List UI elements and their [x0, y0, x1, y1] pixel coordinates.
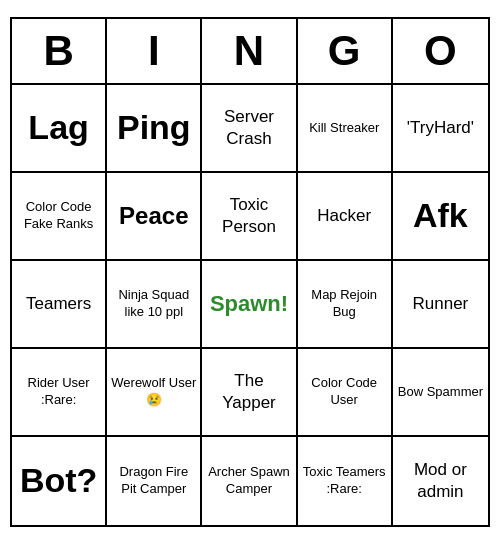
- cell-text-14: Runner: [413, 293, 469, 315]
- cell-text-0: Lag: [28, 109, 88, 146]
- bingo-cell-10: Teamers: [12, 261, 107, 349]
- bingo-cell-21: Dragon Fire Pit Camper: [107, 437, 202, 525]
- bingo-card: BINGO LagPingServer CrashKill Streaker'T…: [10, 17, 490, 527]
- bingo-cell-16: Werewolf User 😢: [107, 349, 202, 437]
- cell-text-3: Kill Streaker: [309, 120, 379, 137]
- cell-text-23: Toxic Teamers :Rare:: [302, 464, 387, 498]
- bingo-header: BINGO: [12, 19, 488, 85]
- bingo-cell-3: Kill Streaker: [298, 85, 393, 173]
- bingo-cell-23: Toxic Teamers :Rare:: [298, 437, 393, 525]
- cell-text-6: Peace: [119, 202, 188, 231]
- cell-text-7: Toxic Person: [206, 194, 291, 238]
- cell-text-4: 'TryHard': [407, 117, 474, 139]
- cell-text-9: Afk: [413, 197, 468, 234]
- bingo-cell-6: Peace: [107, 173, 202, 261]
- bingo-cell-2: Server Crash: [202, 85, 297, 173]
- bingo-cell-15: Rider User :Rare:: [12, 349, 107, 437]
- bingo-cell-9: Afk: [393, 173, 488, 261]
- header-letter-b: B: [12, 19, 107, 83]
- header-letter-o: O: [393, 19, 488, 83]
- bingo-cell-7: Toxic Person: [202, 173, 297, 261]
- cell-text-12: Spawn!: [210, 291, 288, 317]
- cell-text-24: Mod or admin: [397, 459, 484, 503]
- cell-text-2: Server Crash: [206, 106, 291, 150]
- bingo-cell-12: Spawn!: [202, 261, 297, 349]
- cell-text-18: Color Code User: [302, 375, 387, 409]
- cell-text-13: Map Rejoin Bug: [302, 287, 387, 321]
- header-letter-g: G: [298, 19, 393, 83]
- cell-text-16: Werewolf User 😢: [111, 375, 196, 409]
- bingo-cell-18: Color Code User: [298, 349, 393, 437]
- bingo-cell-13: Map Rejoin Bug: [298, 261, 393, 349]
- bingo-cell-24: Mod or admin: [393, 437, 488, 525]
- cell-text-19: Bow Spammer: [398, 384, 483, 401]
- cell-text-1: Ping: [117, 109, 191, 146]
- bingo-cell-11: Ninja Squad like 10 ppl: [107, 261, 202, 349]
- bingo-cell-19: Bow Spammer: [393, 349, 488, 437]
- bingo-cell-22: Archer Spawn Camper: [202, 437, 297, 525]
- bingo-cell-17: The Yapper: [202, 349, 297, 437]
- cell-text-22: Archer Spawn Camper: [206, 464, 291, 498]
- bingo-cell-5: Color Code Fake Ranks: [12, 173, 107, 261]
- cell-text-10: Teamers: [26, 293, 91, 315]
- cell-text-21: Dragon Fire Pit Camper: [111, 464, 196, 498]
- bingo-cell-8: Hacker: [298, 173, 393, 261]
- header-letter-i: I: [107, 19, 202, 83]
- bingo-cell-14: Runner: [393, 261, 488, 349]
- cell-text-20: Bot?: [20, 462, 97, 499]
- cell-text-15: Rider User :Rare:: [16, 375, 101, 409]
- bingo-cell-1: Ping: [107, 85, 202, 173]
- cell-text-17: The Yapper: [206, 370, 291, 414]
- header-letter-n: N: [202, 19, 297, 83]
- bingo-cell-20: Bot?: [12, 437, 107, 525]
- bingo-cell-0: Lag: [12, 85, 107, 173]
- bingo-cell-4: 'TryHard': [393, 85, 488, 173]
- bingo-grid: LagPingServer CrashKill Streaker'TryHard…: [12, 85, 488, 525]
- cell-text-11: Ninja Squad like 10 ppl: [111, 287, 196, 321]
- cell-text-8: Hacker: [317, 205, 371, 227]
- cell-text-5: Color Code Fake Ranks: [16, 199, 101, 233]
